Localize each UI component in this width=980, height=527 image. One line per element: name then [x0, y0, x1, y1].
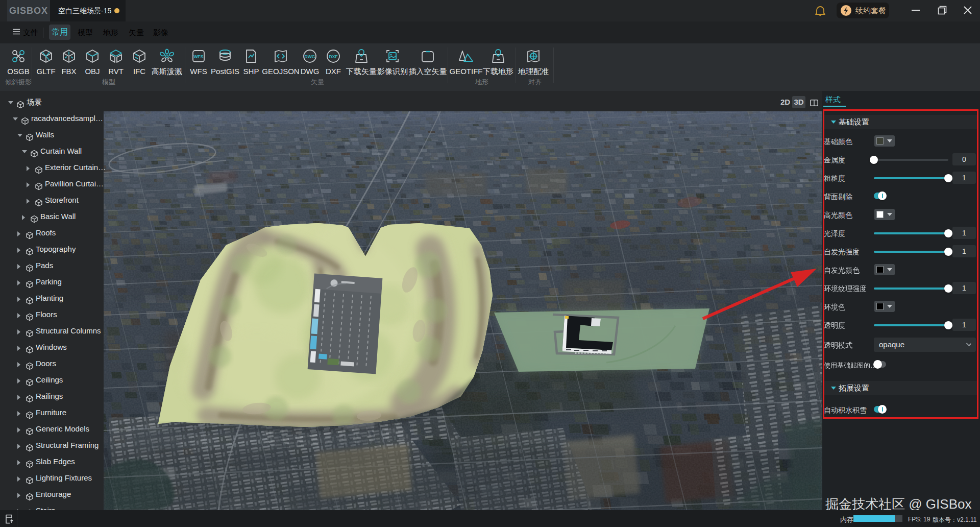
- svg-text:WFS: WFS: [194, 54, 204, 59]
- svg-text:DWG: DWG: [305, 54, 315, 59]
- svg-text:DXF: DXF: [329, 54, 338, 59]
